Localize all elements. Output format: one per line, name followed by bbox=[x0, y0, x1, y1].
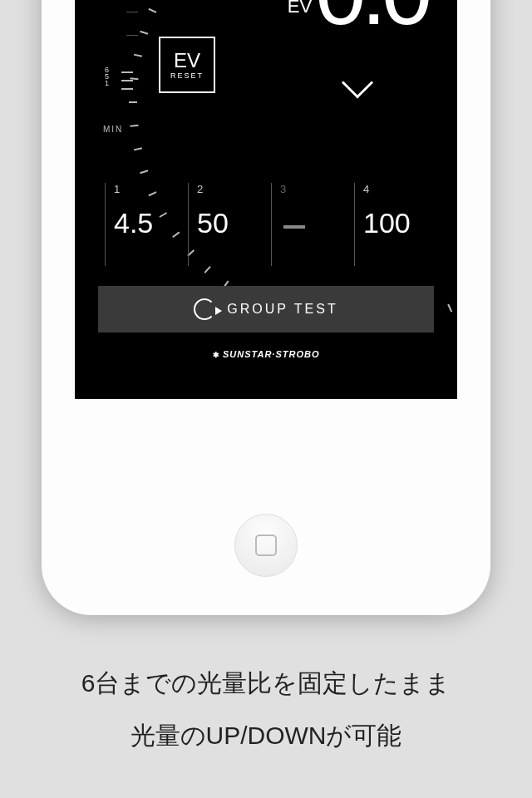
channel-3[interactable]: 3 bbox=[271, 183, 354, 266]
channel-empty-icon bbox=[283, 225, 305, 229]
scale-min-label: MIN bbox=[103, 125, 123, 134]
refresh-icon bbox=[194, 298, 215, 320]
channel-num: 1 bbox=[114, 183, 181, 195]
ev-reset-subtitle: RESET bbox=[170, 72, 204, 80]
ev-dial[interactable]: ± EV 0.0 bbox=[237, 0, 457, 125]
caption-text: 6台までの光量比を固定したまま 光量のUP/DOWNが可能 bbox=[0, 657, 532, 761]
channel-1[interactable]: 1 4.5 bbox=[105, 183, 188, 266]
channel-value: 100 bbox=[363, 207, 431, 239]
app-screen: MAX 4 2 651 MIN M bbox=[75, 0, 457, 399]
ev-reset-title: EV bbox=[174, 51, 200, 71]
ev-value-display: ± EV 0.0 bbox=[237, 0, 457, 125]
home-icon bbox=[255, 534, 277, 556]
channel-value: 50 bbox=[197, 207, 264, 239]
channel-4[interactable]: 4 100 bbox=[354, 183, 437, 266]
group-test-button[interactable]: GROUP TEST bbox=[98, 286, 434, 332]
channel-2[interactable]: 2 50 bbox=[188, 183, 271, 266]
caption-line-2: 光量のUP/DOWNが可能 bbox=[0, 709, 532, 761]
ev-value: 0.0 bbox=[315, 0, 427, 45]
group-test-label: GROUP TEST bbox=[227, 302, 337, 317]
power-scale: MAX 4 2 651 MIN bbox=[85, 0, 135, 150]
channel-num: 3 bbox=[280, 183, 347, 195]
channel-num: 4 bbox=[363, 183, 431, 195]
channels-row: 1 4.5 2 50 3 4 100 bbox=[105, 183, 437, 266]
phone-frame: MAX 4 2 651 MIN M bbox=[42, 0, 490, 615]
ev-reset-button[interactable]: EV RESET bbox=[159, 37, 215, 93]
home-button[interactable] bbox=[234, 514, 298, 577]
ev-down-button[interactable] bbox=[347, 66, 369, 101]
channel-value: 4.5 bbox=[114, 207, 181, 239]
brand-label: SUNSTAR·STROBO bbox=[75, 349, 457, 359]
ev-unit: EV bbox=[288, 0, 312, 15]
controls-column: MODELING SOUND SLAVE EV RESET bbox=[145, 0, 229, 93]
caption-line-1: 6台までの光量比を固定したまま bbox=[0, 657, 532, 709]
channel-num: 2 bbox=[197, 183, 264, 195]
